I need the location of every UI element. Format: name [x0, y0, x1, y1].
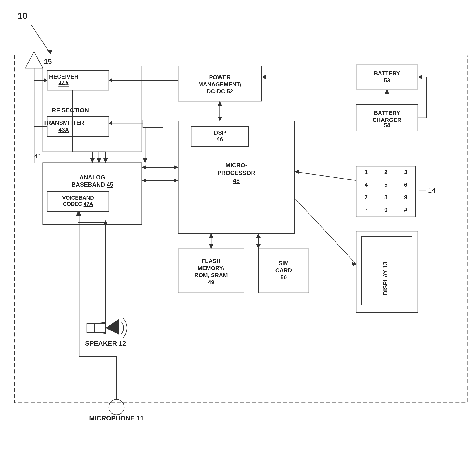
svg-marker-93: [262, 75, 266, 79]
svg-text:53: 53: [384, 77, 390, 84]
svg-rect-74: [87, 324, 105, 332]
svg-marker-91: [218, 117, 222, 121]
svg-line-126: [295, 172, 356, 181]
svg-rect-8: [47, 70, 109, 90]
svg-text:50: 50: [281, 274, 287, 281]
svg-text:VOICEBAND: VOICEBAND: [62, 195, 94, 201]
svg-marker-106: [90, 158, 95, 163]
svg-marker-95: [385, 89, 389, 94]
svg-marker-86: [44, 78, 47, 82]
svg-marker-77: [103, 220, 108, 225]
svg-text:54: 54: [384, 122, 390, 129]
svg-marker-1: [47, 50, 53, 54]
svg-text:BASEBAND 45: BASEBAND 45: [72, 181, 113, 188]
svg-rect-30: [356, 105, 418, 131]
svg-text:5: 5: [384, 181, 387, 188]
svg-text:1: 1: [365, 169, 368, 175]
svg-text:43A: 43A: [59, 126, 69, 133]
svg-text:7: 7: [365, 194, 368, 200]
svg-rect-51: [362, 237, 412, 305]
svg-marker-108: [97, 158, 101, 163]
svg-rect-2: [14, 55, 467, 403]
svg-rect-34: [178, 121, 295, 233]
svg-text:PROCESSOR: PROCESSOR: [217, 170, 256, 176]
svg-text:RF SECTION: RF SECTION: [52, 107, 89, 113]
svg-text:MEMORY/: MEMORY/: [197, 265, 225, 271]
svg-text:DISPLAY 13: DISPLAY 13: [382, 262, 389, 295]
svg-text:8: 8: [384, 194, 387, 200]
svg-marker-73: [95, 322, 105, 333]
svg-text:ANALOG: ANALOG: [79, 174, 105, 181]
svg-marker-115: [174, 178, 178, 183]
svg-marker-4: [25, 52, 43, 68]
svg-rect-23: [178, 66, 262, 101]
svg-text:SPEAKER 12: SPEAKER 12: [85, 340, 126, 347]
svg-text:48: 48: [233, 177, 240, 184]
svg-text:15: 15: [44, 57, 52, 65]
svg-text:CODEC 47A: CODEC 47A: [63, 201, 93, 207]
svg-text:6: 6: [404, 181, 407, 188]
svg-rect-27: [356, 65, 418, 89]
svg-marker-119: [209, 233, 213, 238]
svg-text:SIM: SIM: [279, 260, 289, 267]
svg-marker-101: [109, 121, 112, 125]
svg-marker-99: [418, 75, 422, 79]
svg-text:49: 49: [208, 279, 214, 285]
svg-marker-120: [209, 244, 213, 249]
svg-rect-50: [356, 231, 418, 313]
svg-text:POWER: POWER: [209, 74, 231, 81]
svg-line-124: [295, 198, 356, 264]
svg-marker-134: [143, 158, 147, 163]
svg-marker-117: [218, 101, 222, 106]
svg-marker-81: [76, 211, 80, 216]
svg-rect-6: [43, 66, 142, 152]
svg-marker-114: [142, 178, 146, 183]
svg-marker-122: [256, 233, 261, 238]
svg-rect-11: [47, 117, 109, 137]
svg-text:CHARGER: CHARGER: [372, 117, 402, 123]
svg-text:#: #: [404, 207, 407, 213]
svg-marker-132: [142, 165, 146, 169]
svg-text:CARD: CARD: [275, 267, 292, 274]
svg-text:DSP: DSP: [214, 129, 226, 136]
svg-text:MANAGEMENT/: MANAGEMENT/: [198, 81, 241, 88]
diagram-svg: 15 RF SECTION RECEIVER 44A TRANSMITTER 4…: [0, 0, 476, 451]
svg-marker-125: [352, 262, 356, 266]
svg-text:·: ·: [365, 207, 367, 213]
svg-marker-131: [174, 165, 178, 169]
svg-text:BATTERY: BATTERY: [374, 110, 400, 116]
svg-marker-88: [109, 78, 112, 82]
svg-text:MICRO-: MICRO-: [226, 162, 247, 169]
svg-text:44A: 44A: [59, 80, 69, 87]
svg-marker-127: [295, 169, 299, 174]
svg-rect-41: [178, 249, 244, 293]
svg-marker-123: [256, 244, 261, 249]
svg-marker-72: [105, 319, 119, 335]
svg-line-0: [31, 24, 51, 54]
svg-point-82: [109, 400, 124, 415]
svg-text:FLASH: FLASH: [201, 258, 221, 264]
svg-text:4: 4: [365, 181, 368, 188]
svg-text:41: 41: [34, 152, 42, 160]
svg-text:46: 46: [217, 136, 223, 143]
label-10: 10: [18, 11, 27, 21]
svg-text:DC-DC 52: DC-DC 52: [207, 88, 233, 95]
diagram-container: 10 15 RF SECTION RECEIVER 44A TRANSMITTE…: [0, 0, 476, 451]
svg-text:0: 0: [384, 207, 387, 213]
svg-text:3: 3: [404, 169, 407, 175]
svg-marker-110: [103, 158, 108, 163]
svg-rect-46: [258, 249, 309, 293]
svg-text:2: 2: [384, 169, 387, 175]
svg-rect-35: [191, 126, 248, 146]
svg-text:BATTERY: BATTERY: [374, 70, 400, 77]
svg-text:— 14: — 14: [419, 186, 436, 194]
svg-text:9: 9: [404, 194, 407, 200]
svg-marker-138: [77, 211, 81, 216]
svg-rect-17: [43, 163, 142, 225]
svg-text:RECEIVER: RECEIVER: [49, 73, 79, 80]
svg-rect-53: [356, 166, 415, 217]
svg-text:MICROPHONE 11: MICROPHONE 11: [89, 414, 144, 422]
svg-text:TRANSMITTER: TRANSMITTER: [43, 119, 85, 126]
svg-text:ROM, SRAM: ROM, SRAM: [194, 272, 228, 278]
svg-rect-20: [47, 192, 109, 211]
